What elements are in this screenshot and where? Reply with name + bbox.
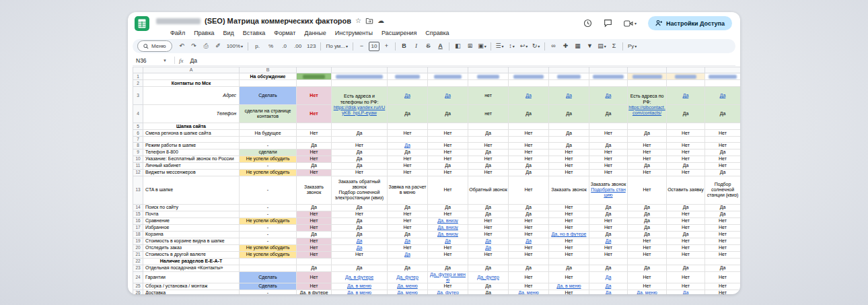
cell[interactable]: Сделать bbox=[240, 283, 297, 290]
cell[interactable]: Да, футер bbox=[388, 271, 428, 283]
cell[interactable]: Нет bbox=[388, 162, 428, 169]
comment-history-icon[interactable] bbox=[604, 19, 612, 28]
borders-button[interactable]: ⊞ bbox=[464, 43, 476, 49]
cell[interactable]: Нет bbox=[628, 251, 667, 258]
cell[interactable]: Да bbox=[332, 156, 388, 162]
cell[interactable]: Нет bbox=[297, 251, 332, 258]
cell[interactable]: Нет bbox=[589, 130, 628, 137]
menu-item-1[interactable]: Файл bbox=[170, 30, 185, 36]
cell[interactable]: Да, в футере bbox=[297, 290, 332, 294]
cell[interactable] bbox=[705, 73, 741, 80]
cell[interactable]: Нет bbox=[589, 149, 628, 156]
cell[interactable]: Нет bbox=[428, 244, 468, 251]
cell[interactable]: Да bbox=[589, 271, 628, 283]
cell[interactable]: Нет bbox=[667, 283, 705, 290]
cell[interactable]: Да bbox=[589, 105, 628, 123]
cell[interactable] bbox=[240, 137, 297, 142]
menu-item-9[interactable]: Справка bbox=[425, 30, 449, 36]
cell[interactable]: Нет bbox=[332, 142, 388, 149]
cell[interactable]: Да bbox=[428, 105, 468, 123]
zoom-select[interactable]: 100%▾ bbox=[225, 44, 245, 49]
cell[interactable]: Да bbox=[589, 204, 628, 211]
cell[interactable]: Да bbox=[549, 142, 589, 149]
font-size-increase-button[interactable]: + bbox=[381, 43, 392, 49]
cell[interactable]: Нет bbox=[332, 251, 388, 258]
cell[interactable]: Нет bbox=[628, 283, 667, 290]
cell[interactable]: Нет bbox=[549, 162, 589, 169]
cell[interactable]: Да, футер bbox=[468, 271, 509, 283]
cell[interactable]: Нет bbox=[589, 162, 628, 169]
cell[interactable]: Да bbox=[388, 265, 428, 271]
cell[interactable]: Шапка сайта bbox=[143, 123, 240, 130]
cell[interactable]: - bbox=[240, 231, 297, 238]
cell[interactable] bbox=[628, 123, 667, 130]
row-header[interactable]: 5 bbox=[133, 123, 143, 130]
cell[interactable]: Да bbox=[332, 162, 388, 169]
cell[interactable]: Нет bbox=[549, 271, 589, 283]
cell[interactable]: Нет bbox=[628, 142, 667, 149]
row-header[interactable]: 11 bbox=[133, 162, 143, 169]
cell[interactable]: Сделать bbox=[240, 87, 297, 105]
cell[interactable]: Нет bbox=[549, 204, 589, 211]
cell[interactable]: Да bbox=[509, 105, 549, 123]
cell[interactable]: Нет bbox=[468, 224, 509, 231]
cell[interactable]: Есть адреса и телефоны по РФ:https://dis… bbox=[332, 87, 388, 123]
cell[interactable]: Нет bbox=[332, 169, 388, 176]
cell[interactable]: Да bbox=[468, 265, 509, 271]
cell[interactable] bbox=[332, 123, 388, 130]
cell[interactable]: Нет bbox=[388, 244, 428, 251]
cell[interactable] bbox=[509, 73, 549, 80]
cell[interactable]: Да bbox=[628, 224, 667, 231]
row-header[interactable]: 24 bbox=[133, 271, 143, 283]
menu-item-4[interactable]: Вставка bbox=[243, 30, 265, 36]
cell[interactable]: Нет bbox=[705, 251, 741, 258]
cell[interactable]: Нет bbox=[705, 130, 741, 137]
cell[interactable] bbox=[240, 265, 297, 271]
cell[interactable]: Нет bbox=[297, 211, 332, 217]
cell[interactable]: Да bbox=[388, 231, 428, 238]
row-header[interactable]: 9 bbox=[133, 149, 143, 156]
cell[interactable]: Нет bbox=[297, 283, 332, 290]
cell[interactable]: Нет bbox=[428, 176, 468, 204]
cell[interactable]: Да bbox=[667, 290, 705, 294]
row-header[interactable]: 8 bbox=[133, 142, 143, 149]
cell[interactable] bbox=[549, 80, 589, 87]
cell[interactable]: Да bbox=[509, 238, 549, 244]
cell[interactable]: Да bbox=[332, 244, 388, 251]
cell[interactable]: Да bbox=[297, 204, 332, 211]
cell[interactable] bbox=[468, 73, 509, 80]
cell[interactable] bbox=[628, 80, 667, 87]
cell[interactable]: Нет bbox=[549, 169, 589, 176]
cell[interactable] bbox=[509, 80, 549, 87]
cell[interactable]: Нет bbox=[705, 238, 741, 244]
cell[interactable]: Почта bbox=[143, 211, 240, 217]
cell[interactable] bbox=[705, 137, 741, 142]
cell[interactable]: Да, внизу bbox=[428, 231, 468, 238]
cell[interactable]: Нет bbox=[297, 224, 332, 231]
cell[interactable]: Нет bbox=[549, 251, 589, 258]
cell[interactable]: - bbox=[240, 162, 297, 169]
cell[interactable]: Нет bbox=[509, 142, 549, 149]
cell[interactable]: Да bbox=[297, 162, 332, 169]
document-title[interactable]: (SEO) Матрица коммерческих факторов bbox=[205, 17, 351, 25]
cell[interactable]: Да bbox=[468, 211, 509, 217]
cell[interactable] bbox=[297, 258, 332, 265]
cell[interactable]: Есть адреса по РФ:https://sibcontact.com… bbox=[628, 87, 667, 123]
cell[interactable]: Нет bbox=[388, 217, 428, 224]
cell[interactable]: Нет bbox=[428, 149, 468, 156]
column-header[interactable] bbox=[468, 67, 509, 73]
cell[interactable]: Сравнение bbox=[143, 217, 240, 224]
column-header[interactable] bbox=[388, 67, 428, 73]
cell[interactable]: Нет bbox=[667, 251, 705, 258]
cell[interactable]: Да bbox=[332, 238, 388, 244]
menu-item-3[interactable]: Вид bbox=[223, 30, 234, 36]
cell[interactable]: Заказать обратный звонокПодбор солнечной… bbox=[332, 176, 388, 204]
cell[interactable]: Да, меню bbox=[388, 283, 428, 290]
text-rotation-button[interactable]: ↻▾ bbox=[530, 43, 542, 49]
cell[interactable]: Да bbox=[332, 231, 388, 238]
cell[interactable]: Нет bbox=[297, 105, 332, 123]
filter-button[interactable]: ▼ bbox=[584, 43, 595, 49]
cell[interactable] bbox=[240, 123, 297, 130]
cell[interactable]: Нет bbox=[297, 130, 332, 137]
cell[interactable]: Да bbox=[468, 149, 509, 156]
